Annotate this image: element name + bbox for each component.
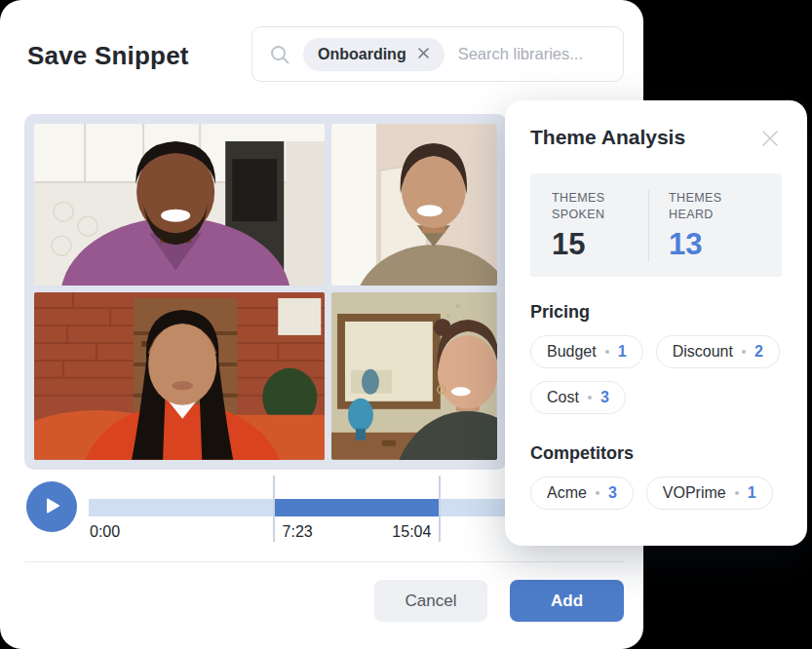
time-start-label: 0:00 <box>90 523 120 541</box>
filter-chip-onboarding[interactable]: Onboarding <box>303 38 445 71</box>
tag-count: 2 <box>754 343 763 361</box>
selection-start-tick <box>273 476 275 542</box>
dot-separator <box>742 350 746 354</box>
panel-close-button[interactable] <box>758 127 782 153</box>
tag-label: VOPrime <box>663 484 726 502</box>
tag-count: 1 <box>748 484 756 502</box>
search-box[interactable]: Onboarding <box>251 26 624 82</box>
stat-value: 15 <box>552 227 648 262</box>
section-title-competitors: Competitors <box>530 443 782 464</box>
tag-voprime[interactable]: VOPrime 1 <box>646 477 773 510</box>
tag-label: Acme <box>547 484 587 502</box>
tag-label: Discount <box>673 343 733 361</box>
tag-count: 1 <box>618 343 627 361</box>
tag-count: 3 <box>600 389 609 406</box>
cancel-button[interactable]: Cancel <box>374 580 487 622</box>
page-title: Save Snippet <box>27 41 189 71</box>
progress-selection <box>274 499 441 516</box>
progress-bar[interactable]: 0:00 7:23 15:04 <box>89 499 507 516</box>
time-selection-end-label: 15:04 <box>392 523 431 541</box>
close-icon <box>758 138 782 153</box>
video-preview-grid <box>24 114 507 470</box>
tag-label: Cost <box>547 389 579 406</box>
add-button[interactable]: Add <box>510 580 624 622</box>
play-icon <box>40 494 63 520</box>
tag-acme[interactable]: Acme 3 <box>530 477 634 510</box>
search-input[interactable] <box>456 44 611 64</box>
theme-analysis-panel: Theme Analysis THEMES SPOKEN 15 THEMES H… <box>505 100 807 546</box>
video-tile-man-kitchen <box>34 124 325 286</box>
time-selection-start-label: 7:23 <box>283 523 313 541</box>
tag-label: Budget <box>547 343 597 361</box>
dot-separator <box>588 396 592 400</box>
search-icon <box>268 43 291 66</box>
pricing-tags: Budget 1 Discount 2 Cost 3 <box>530 335 782 414</box>
video-tile-woman-window <box>331 124 497 286</box>
filter-chip-label: Onboarding <box>318 46 406 63</box>
dot-separator <box>605 350 609 354</box>
selection-end-tick <box>439 476 441 542</box>
stat-themes-heard: THEMES HEARD 13 <box>649 190 782 262</box>
stat-label: THEMES HEARD <box>669 190 741 222</box>
tag-discount[interactable]: Discount 2 <box>656 335 780 368</box>
dot-separator <box>596 491 599 495</box>
dot-separator <box>735 491 739 495</box>
tag-budget[interactable]: Budget 1 <box>530 335 643 368</box>
themes-stats-box: THEMES SPOKEN 15 THEMES HEARD 13 <box>530 173 782 277</box>
tag-cost[interactable]: Cost 3 <box>530 381 626 414</box>
stat-value: 13 <box>669 227 782 262</box>
video-tile-woman-mirror <box>331 292 497 460</box>
video-tile-woman-brick <box>34 292 325 460</box>
save-snippet-screen: Save Snippet Onboarding <box>0 0 812 649</box>
footer-divider <box>24 561 624 562</box>
panel-title: Theme Analysis <box>530 126 685 149</box>
x-icon <box>417 47 430 62</box>
stat-label: THEMES SPOKEN <box>552 190 624 222</box>
competitors-tags: Acme 3 VOPrime 1 <box>530 477 782 510</box>
section-title-pricing: Pricing <box>530 302 782 323</box>
stat-themes-spoken: THEMES SPOKEN 15 <box>552 190 649 262</box>
play-button[interactable] <box>26 481 77 532</box>
filter-chip-remove-button[interactable] <box>417 47 430 62</box>
tag-count: 3 <box>608 484 617 502</box>
